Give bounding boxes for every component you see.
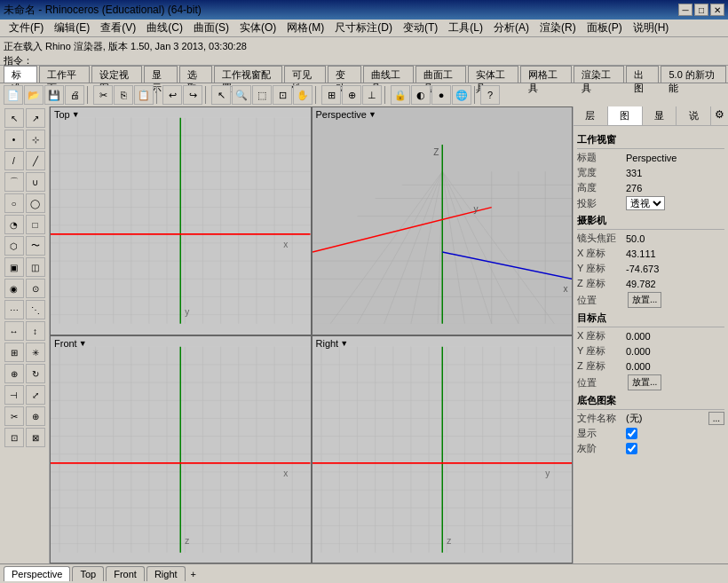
toolbar-tab-9[interactable]: 曲面工具	[415, 66, 466, 83]
prop-select-proj[interactable]: 透视 平行	[626, 196, 665, 210]
menu-item-c[interactable]: 曲线(C)	[141, 19, 188, 37]
menu-item-t[interactable]: 变动(T)	[398, 19, 443, 37]
viewport-right-arrow[interactable]: ▼	[340, 339, 348, 348]
toolbar-tab-10[interactable]: 实体工具	[468, 66, 518, 83]
circle-tool[interactable]: ○	[4, 193, 24, 213]
paste-button[interactable]: 📋	[134, 85, 154, 105]
grid-button[interactable]: ⊞	[321, 85, 341, 105]
menu-item-r[interactable]: 渲染(R)	[534, 19, 582, 37]
menu-item-a[interactable]: 分析(A)	[488, 19, 534, 37]
vp-tab-front[interactable]: Front	[106, 566, 145, 581]
vp-tab-perspective[interactable]: Perspective	[4, 566, 70, 581]
toolbar-tab-12[interactable]: 渲染工具	[574, 66, 624, 83]
new-button[interactable]: 📄	[4, 85, 23, 105]
toolbar-tab-11[interactable]: 网格工具	[520, 66, 571, 83]
menu-item-o[interactable]: 实体(O)	[234, 19, 281, 37]
mesh-tool[interactable]: ⋯	[4, 300, 24, 319]
minimize-button[interactable]: ─	[678, 4, 692, 16]
menu-item-h[interactable]: 说明(H)	[628, 19, 675, 37]
line-tool2[interactable]: ╱	[26, 151, 45, 170]
surface-tool[interactable]: ▣	[4, 257, 24, 277]
line-tool[interactable]: /	[4, 151, 24, 170]
help-button[interactable]: ?	[480, 85, 500, 105]
point-tool2[interactable]: ⊹	[26, 130, 45, 149]
spline-tool[interactable]: 〜	[26, 236, 45, 256]
panel-settings-icon[interactable]: ⚙	[711, 106, 728, 125]
move-tool[interactable]: ⊕	[4, 364, 24, 383]
ungroup-tool[interactable]: ⊠	[26, 428, 45, 447]
surface-tool2[interactable]: ◫	[26, 257, 45, 277]
print-button[interactable]: 🖨	[65, 85, 84, 105]
mesh-tool2[interactable]: ⋱	[26, 300, 45, 319]
polygon-tool[interactable]: ⬡	[4, 236, 24, 256]
curve-tool[interactable]: ⌒	[4, 172, 24, 192]
panel-tab-help[interactable]: 说	[677, 106, 711, 125]
toolbar-tab-1[interactable]: 工作平面	[39, 66, 90, 83]
panel-tab-display[interactable]: 图	[608, 106, 643, 125]
rotate-tool[interactable]: ↻	[26, 364, 45, 383]
point-tool[interactable]: •	[4, 130, 24, 149]
toolbar-tab-3[interactable]: 显示	[144, 66, 178, 83]
menu-item-d[interactable]: 尺寸标注(D)	[329, 19, 398, 37]
zoom-button[interactable]: 🔍	[232, 85, 251, 105]
zoom-extent-button[interactable]: ⊡	[273, 85, 292, 105]
menu-item-l[interactable]: 工具(L)	[443, 19, 488, 37]
vp-tab-add[interactable]: +	[187, 567, 200, 581]
curve-tool2[interactable]: ∪	[26, 172, 45, 192]
select-button[interactable]: ↖	[211, 85, 231, 105]
menu-item-m[interactable]: 网格(M)	[281, 19, 329, 37]
render-button[interactable]: ●	[431, 85, 451, 105]
ellipse-tool[interactable]: ◯	[26, 193, 45, 213]
save-button[interactable]: 💾	[44, 85, 64, 105]
toolbar-tab-2[interactable]: 设定视图	[91, 66, 142, 83]
select-tool[interactable]: ↖	[4, 108, 24, 128]
filename-browse-button[interactable]: ...	[708, 412, 724, 425]
toolbar-tab-7[interactable]: 变动	[328, 66, 361, 83]
undo-button[interactable]: ↩	[162, 85, 182, 105]
close-button[interactable]: ✕	[710, 4, 724, 16]
join-tool[interactable]: ⊕	[26, 406, 45, 426]
menu-item-s[interactable]: 曲面(S)	[188, 19, 234, 37]
viewport-front[interactable]: Front ▼	[50, 335, 312, 564]
solid-tool[interactable]: ◉	[4, 279, 24, 298]
camera-place-button[interactable]: 放置...	[628, 292, 661, 308]
viewport-top-arrow[interactable]: ▼	[72, 110, 80, 119]
target-place-button[interactable]: 放置...	[628, 374, 661, 390]
rect-tool[interactable]: □	[26, 215, 45, 234]
toolbar-tab-8[interactable]: 曲线工具	[363, 66, 414, 83]
maximize-button[interactable]: □	[694, 4, 708, 16]
menu-item-v[interactable]: 查看(V)	[95, 19, 141, 37]
zoom-window-button[interactable]: ⬚	[252, 85, 272, 105]
show-checkbox[interactable]	[626, 428, 637, 439]
arc-tool[interactable]: ◔	[4, 215, 24, 234]
menu-item-f[interactable]: 文件(F)	[4, 19, 49, 37]
panel-tab-layers[interactable]: 层	[574, 106, 608, 125]
toolbar-tab-0[interactable]: 标准	[4, 66, 37, 83]
menu-item-p[interactable]: 面板(P)	[582, 19, 628, 37]
group-tool[interactable]: ⊡	[4, 428, 24, 447]
open-button[interactable]: 📂	[24, 85, 44, 105]
transform-tool2[interactable]: ✳	[26, 343, 45, 362]
snap-button[interactable]: ⊕	[342, 85, 361, 105]
pan-button[interactable]: ✋	[293, 85, 313, 105]
cut-button[interactable]: ✂	[93, 85, 113, 105]
mirror-tool[interactable]: ⊣	[4, 385, 24, 405]
solid-tool2[interactable]: ⊙	[26, 279, 45, 298]
lock-button[interactable]: 🔒	[391, 85, 410, 105]
globe-button[interactable]: 🌐	[452, 85, 471, 105]
viewport-front-arrow[interactable]: ▼	[79, 339, 87, 348]
menu-item-e[interactable]: 编辑(E)	[49, 19, 95, 37]
redo-button[interactable]: ↪	[183, 85, 202, 105]
trim-tool[interactable]: ✂	[4, 406, 24, 426]
copy-button[interactable]: ⎘	[114, 85, 133, 105]
toolbar-tab-14[interactable]: 5.0 的新功能	[661, 66, 726, 83]
gray-checkbox[interactable]	[626, 443, 637, 454]
toolbar-tab-13[interactable]: 出图	[626, 66, 660, 83]
scale-tool[interactable]: ⤢	[26, 385, 45, 405]
ortho-button[interactable]: ⊥	[362, 85, 382, 105]
toolbar-tab-5[interactable]: 工作视窗配置	[214, 66, 282, 83]
dim-tool[interactable]: ↔	[4, 321, 24, 341]
vp-tab-right[interactable]: Right	[146, 566, 186, 581]
viewport-perspective-arrow[interactable]: ▼	[368, 110, 376, 119]
viewport-perspective[interactable]: Perspective ▼	[312, 106, 574, 335]
